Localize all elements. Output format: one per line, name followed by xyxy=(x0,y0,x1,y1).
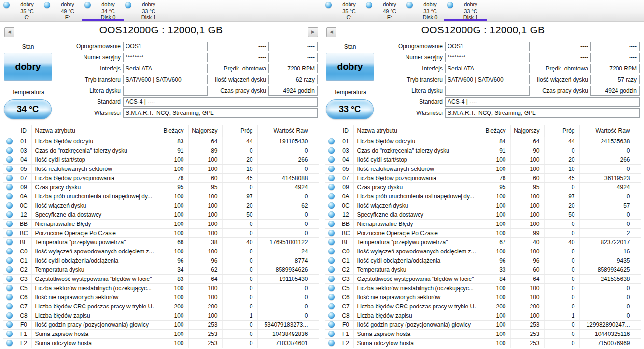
attribute-row[interactable]: 0ALiczba prób uruchomienia osi napędowej… xyxy=(325,192,641,201)
attribute-row[interactable]: C7Liczba błędów CRC podczas pracy w tryb… xyxy=(325,302,641,311)
current-column-header: Bieżący xyxy=(154,125,188,137)
stat-value-box[interactable]: 57 razy xyxy=(590,75,640,84)
field-value-box[interactable]: S.M.A.R.T., NCQ, Streaming, GPL xyxy=(123,108,318,118)
field-value-box[interactable]: Serial ATA xyxy=(123,64,208,73)
attribute-row[interactable]: C2Temperatura dysku336008589934625 xyxy=(325,265,641,274)
attribute-row[interactable]: BETemperatura "przepływu powietrza"67404… xyxy=(325,237,641,247)
attribute-row[interactable]: 01Liczba błędów odczytu846444241535638 xyxy=(325,137,641,146)
attribute-row[interactable]: C6Ilość nie naprawionych sektorów1001000… xyxy=(325,293,641,302)
attribute-id-cell: F0 xyxy=(338,320,353,329)
field-value-box[interactable]: ******** xyxy=(445,53,530,62)
attribute-row[interactable]: C3Częstotliwość występowania "błędów w l… xyxy=(325,274,641,283)
attribute-row[interactable]: C8Liczba błędów zapisu10010010 xyxy=(3,311,319,320)
filler-cell xyxy=(311,320,319,329)
attribute-row[interactable]: BCPorzucone Operacje Po Czasie10010000 xyxy=(3,228,319,237)
prev-disk-button[interactable]: ◀ xyxy=(4,27,14,37)
attribute-row[interactable]: 01Liczba błędów odczytu836444191105430 xyxy=(3,137,319,146)
field-value-box[interactable] xyxy=(123,86,208,96)
attribute-raw-cell: 7150076969 xyxy=(579,338,633,348)
stat-value-box[interactable]: 7200 RPM xyxy=(590,64,640,73)
attribute-worst-cell: 100 xyxy=(188,283,222,293)
attribute-status-cell xyxy=(3,265,16,274)
attribute-row[interactable]: 07Liczba błędów pozycjonowania7660453611… xyxy=(325,173,641,182)
attribute-row[interactable]: C7Liczba błędów CRC podczas pracy w tryb… xyxy=(3,302,319,311)
attribute-name-cell: Ilość cykli obciążenia/odciążenia xyxy=(353,256,476,265)
attribute-row[interactable]: 0CIlość włączeń dysku1001002057 xyxy=(325,201,641,210)
stat-value-box[interactable]: 4924 godzin xyxy=(268,86,318,96)
field-value-box[interactable]: S.M.A.R.T., NCQ, Streaming, GPL xyxy=(445,108,640,118)
field-value-box[interactable]: SATA/600 | SATA/600 xyxy=(123,75,208,84)
attribute-row[interactable]: C0Ilość wyłączeń spowodowanych odcięciem… xyxy=(325,247,641,256)
attribute-row[interactable]: 03Czas do "rozkręcenia" talerzy dysku919… xyxy=(325,146,641,155)
drive-tab-disk-0[interactable]: dobry33 °CDisk 0 xyxy=(405,0,445,21)
drive-tab-disk-0[interactable]: dobry34 °CDisk 0 xyxy=(83,0,123,21)
attribute-row[interactable]: C1Ilość cykli obciążenia/odciążenia96960… xyxy=(325,256,641,265)
attribute-threshold-cell: 0 xyxy=(544,247,579,256)
attribute-row[interactable]: BBNienaprawialne Błędy10010000 xyxy=(3,219,319,228)
attribute-row[interactable]: 09Czas pracy dysku959504924 xyxy=(3,182,319,192)
attribute-row[interactable]: BBNienaprawialne Błędy10010000 xyxy=(325,219,641,228)
field-value-box[interactable] xyxy=(445,86,530,96)
attribute-row[interactable]: 12Specyficzne dla dostawcy100100500 xyxy=(325,210,641,219)
drive-tab-disk-1[interactable]: dobry33 °CDisk 1 xyxy=(123,0,164,21)
field-value-box[interactable]: OOS1 xyxy=(445,42,530,51)
stat-label: Ilość włączeń dysku xyxy=(534,76,590,83)
field-value-box[interactable]: Serial ATA xyxy=(445,64,530,73)
prev-disk-button[interactable]: ◀ xyxy=(326,27,336,37)
drive-tab-e[interactable]: dobry49 °CE: xyxy=(42,0,83,21)
attribute-status-orb-icon xyxy=(328,303,335,309)
attribute-row[interactable]: F1Suma zapisów hosta100253010438492836 xyxy=(3,329,319,338)
attribute-row[interactable]: F2Suma odczytów hosta10025307150076969 xyxy=(325,338,641,348)
filler-cell xyxy=(311,283,319,293)
field-value-box[interactable]: ******** xyxy=(123,53,208,62)
stat-value-box[interactable]: ---- xyxy=(268,53,318,62)
attribute-current-cell: 100 xyxy=(154,338,188,348)
attribute-row[interactable]: 09Czas pracy dysku959504924 xyxy=(325,182,641,192)
attribute-row[interactable]: 03Czas do "rozkręcenia" talerzy dysku918… xyxy=(3,146,319,155)
drive-tab-c[interactable]: dobry35 °CC: xyxy=(1,0,42,21)
field-value-box[interactable]: ACS-4 | ---- xyxy=(445,97,640,107)
attribute-row[interactable]: C6Ilość nie naprawionych sektorów1001000… xyxy=(3,293,319,302)
attribute-row[interactable]: C5Liczba sektorów niestabilnych (oczekuj… xyxy=(325,283,641,293)
attribute-row[interactable]: 12Specyficzne dla dostawcy100100500 xyxy=(3,210,319,219)
attribute-row[interactable]: 04Ilość cykli start/stop10010020266 xyxy=(3,155,319,164)
attribute-status-orb-icon xyxy=(6,193,13,199)
attribute-row[interactable]: C0Ilość wyłączeń spowodowanych odcięciem… xyxy=(3,247,319,256)
next-disk-button[interactable]: ▶ xyxy=(308,27,318,37)
stat-value-box[interactable]: ---- xyxy=(268,42,318,51)
attribute-status-cell xyxy=(3,155,16,164)
attribute-row[interactable]: C8Liczba błędów zapisu10010010 xyxy=(325,311,641,320)
attribute-row[interactable]: F2Suma odczytów hosta10025307103374601 xyxy=(3,338,319,348)
stat-value-box[interactable]: 4924 godzin xyxy=(590,86,640,96)
stat-value-box[interactable]: ---- xyxy=(590,42,640,51)
attribute-row[interactable]: C2Temperatura dysku346208589934626 xyxy=(3,265,319,274)
attribute-row[interactable]: F0Ilość godzin pracy (pozycjonowania) gł… xyxy=(325,320,641,329)
attribute-status-orb-icon xyxy=(328,147,335,154)
attribute-row[interactable]: 05Ilość realokowanych sektorów100100100 xyxy=(3,164,319,173)
attribute-row[interactable]: 07Liczba błędów pozycjonowania7660454145… xyxy=(3,173,319,182)
drive-tab-e[interactable]: dobry49 °CE: xyxy=(364,0,405,21)
attribute-status-cell xyxy=(3,173,16,182)
field-value-box[interactable]: ACS-4 | ---- xyxy=(123,97,318,107)
attribute-row[interactable]: C3Częstotliwość występowania "błędów w l… xyxy=(3,274,319,283)
attribute-id-cell: 03 xyxy=(16,146,31,155)
attribute-threshold-cell: 44 xyxy=(222,137,257,146)
stat-value-box[interactable]: 7200 RPM xyxy=(268,64,318,73)
drive-tab-disk-1[interactable]: dobry33 °CDisk 1 xyxy=(445,0,486,21)
stat-value-box[interactable]: 62 razy xyxy=(268,75,318,84)
attribute-row[interactable]: C5Liczba sektorów niestabilnych (oczekuj… xyxy=(3,283,319,293)
attribute-row[interactable]: BETemperatura "przepływu powietrza"66384… xyxy=(3,237,319,247)
attribute-row[interactable]: C1Ilość cykli obciążenia/odciążenia96960… xyxy=(3,256,319,265)
tab-temperature: 49 °C xyxy=(383,8,396,15)
attribute-row[interactable]: 04Ilość cykli start/stop10010020266 xyxy=(325,155,641,164)
attribute-row[interactable]: 05Ilość realokowanych sektorów100100100 xyxy=(325,164,641,173)
attribute-row[interactable]: BCPorzucone Operacje Po Czasie1009902 xyxy=(325,228,641,237)
stat-value-box[interactable]: ---- xyxy=(590,53,640,62)
attribute-row[interactable]: 0CIlość włączeń dysku1001002062 xyxy=(3,201,319,210)
field-value-box[interactable]: SATA/600 | SATA/600 xyxy=(445,75,530,84)
drive-tab-c[interactable]: dobry35 °CC: xyxy=(323,0,364,21)
attribute-row[interactable]: F0Ilość godzin pracy (pozycjonowania) gł… xyxy=(3,320,319,329)
attribute-row[interactable]: 0ALiczba prób uruchomienia osi napędowej… xyxy=(3,192,319,201)
attribute-row[interactable]: F1Suma zapisów hosta100253010440325116 xyxy=(325,329,641,338)
field-value-box[interactable]: OOS1 xyxy=(123,42,208,51)
